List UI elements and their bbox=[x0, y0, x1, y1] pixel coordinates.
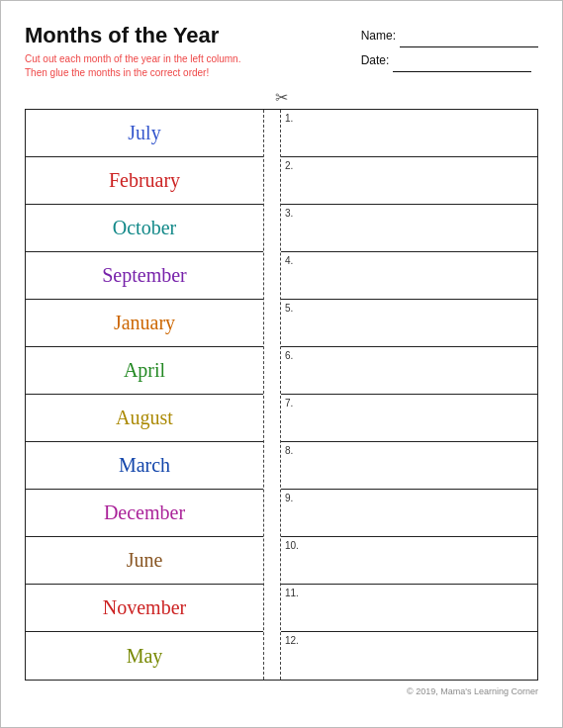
answer-number: 11. bbox=[285, 588, 299, 598]
answer-cell[interactable]: 6. bbox=[281, 347, 537, 395]
answer-number: 12. bbox=[285, 635, 299, 646]
month-cell: April bbox=[26, 347, 263, 395]
month-cell: February bbox=[26, 157, 263, 205]
dashed-divider bbox=[263, 110, 281, 680]
answer-cell[interactable]: 3. bbox=[281, 205, 537, 252]
name-line: Name: bbox=[361, 23, 538, 47]
answer-number: 9. bbox=[285, 493, 293, 503]
month-cell: September bbox=[26, 252, 263, 300]
month-cell: May bbox=[26, 632, 263, 680]
footer: © 2019, Mama's Learning Corner bbox=[25, 686, 538, 696]
date-label: Date: bbox=[361, 48, 390, 72]
answer-cell[interactable]: 12. bbox=[281, 632, 537, 680]
month-label: December bbox=[104, 501, 185, 524]
name-label: Name: bbox=[361, 24, 396, 47]
main-table: JulyFebruaryOctoberSeptemberJanuaryApril… bbox=[25, 109, 538, 681]
scissors-row: ✂ bbox=[25, 88, 538, 107]
answer-cell[interactable]: 9. bbox=[281, 490, 537, 537]
answer-cell[interactable]: 2. bbox=[281, 157, 537, 205]
answer-number: 7. bbox=[285, 398, 293, 409]
answer-cell[interactable]: 5. bbox=[281, 300, 537, 347]
answer-number: 2. bbox=[285, 160, 293, 171]
answer-number: 6. bbox=[285, 350, 293, 361]
month-label: January bbox=[114, 312, 175, 334]
month-cell: August bbox=[26, 395, 263, 442]
scissors-icon: ✂ bbox=[275, 88, 288, 107]
month-label: March bbox=[119, 454, 170, 477]
answer-number: 4. bbox=[285, 255, 293, 266]
month-label: May bbox=[127, 645, 163, 668]
month-label: November bbox=[103, 596, 186, 619]
month-cell: October bbox=[26, 205, 263, 252]
date-line: Date: bbox=[361, 47, 538, 72]
answer-cell[interactable]: 11. bbox=[281, 585, 537, 632]
month-label: August bbox=[116, 407, 173, 429]
answer-number: 1. bbox=[285, 113, 293, 124]
answer-number: 5. bbox=[285, 303, 293, 314]
answer-number: 3. bbox=[285, 208, 293, 219]
answers-column: 1.2.3.4.5.6.7.8.9.10.11.12. bbox=[281, 110, 537, 680]
answer-cell[interactable]: 8. bbox=[281, 442, 537, 490]
month-label: February bbox=[109, 169, 180, 192]
answer-cell[interactable]: 4. bbox=[281, 252, 537, 300]
months-column: JulyFebruaryOctoberSeptemberJanuaryApril… bbox=[26, 110, 263, 680]
answer-cell[interactable]: 7. bbox=[281, 395, 537, 442]
answer-number: 8. bbox=[285, 445, 293, 456]
name-date-area: Name: Date: bbox=[361, 23, 538, 72]
month-cell: December bbox=[26, 490, 263, 537]
date-field[interactable] bbox=[393, 47, 531, 72]
month-label: April bbox=[124, 359, 165, 382]
month-cell: November bbox=[26, 585, 263, 632]
answer-number: 10. bbox=[285, 540, 299, 551]
answer-cell[interactable]: 1. bbox=[281, 110, 537, 157]
month-cell: June bbox=[26, 537, 263, 585]
month-cell: January bbox=[26, 300, 263, 347]
month-label: September bbox=[102, 264, 187, 287]
answer-cell[interactable]: 10. bbox=[281, 537, 537, 585]
name-field[interactable] bbox=[400, 23, 538, 47]
worksheet-page: Name: Date: Months of the Year Cut out e… bbox=[0, 0, 563, 728]
month-label: June bbox=[127, 549, 163, 572]
month-cell: March bbox=[26, 442, 263, 490]
month-label: July bbox=[128, 122, 160, 144]
month-cell: July bbox=[26, 110, 263, 157]
month-label: October bbox=[113, 217, 176, 239]
